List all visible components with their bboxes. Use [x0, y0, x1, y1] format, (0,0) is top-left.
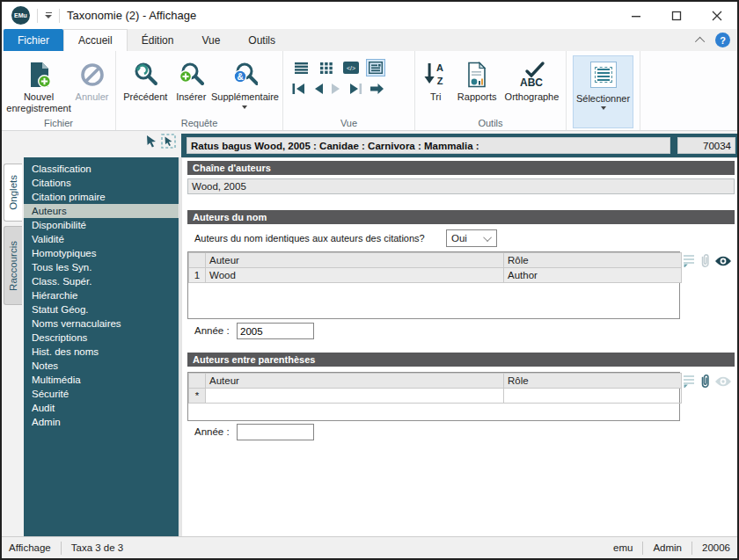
sidebar-item-notes[interactable]: Notes — [24, 359, 179, 373]
sidebar-item-validite[interactable]: Validité — [24, 232, 179, 246]
sidebar-item-descriptions[interactable]: Descriptions — [24, 331, 179, 345]
sort-button[interactable]: A Z Tri — [419, 54, 452, 103]
name-authors-table[interactable]: Auteur Rôle 1 Wood Author — [187, 251, 680, 319]
chevron-down-icon — [45, 15, 52, 18]
sidebar-item-hist-des-noms[interactable]: Hist. des noms — [24, 345, 179, 359]
close-icon — [712, 11, 722, 21]
sidebar-tabs: Onglets Raccourcis — [4, 164, 22, 305]
cell-role-empty[interactable] — [504, 389, 682, 404]
tab-edition[interactable]: Édition — [128, 29, 188, 51]
grid-view-button[interactable] — [317, 59, 336, 76]
tab-accueil[interactable]: Accueil — [63, 29, 128, 51]
new-record-icon — [27, 58, 51, 91]
column-header-auteur[interactable]: Auteur — [206, 253, 504, 268]
sidebar-item-hierarchie[interactable]: Hiérarchie — [24, 288, 179, 302]
sidebar-item-audit[interactable]: Audit — [24, 401, 179, 415]
new-record-button[interactable]: Nouvel enregistrement — [5, 54, 72, 114]
quick-access-dropdown[interactable] — [45, 12, 52, 19]
first-record-icon[interactable] — [292, 83, 305, 95]
titlebar-separator — [37, 9, 38, 23]
column-header-role[interactable]: Rôle — [504, 253, 682, 268]
row-number[interactable]: 1 — [189, 268, 206, 283]
eye-icon[interactable] — [714, 375, 732, 388]
svg-text:</>: </> — [347, 65, 355, 71]
last-record-icon[interactable] — [349, 83, 362, 95]
ribbon-group-fichier: Nouvel enregistrement Annuler Fichier — [2, 51, 116, 130]
sidebar-item-noms-vernaculaires[interactable]: Noms vernaculaires — [24, 316, 179, 331]
previous-query-icon — [132, 58, 158, 91]
maximize-button[interactable] — [656, 2, 697, 29]
form-view-button[interactable] — [366, 59, 385, 76]
year-input[interactable] — [237, 323, 314, 339]
sidebar-item-admin[interactable]: Admin — [24, 415, 179, 429]
list-view-button[interactable] — [292, 59, 311, 76]
dashed-select-icon[interactable] — [161, 134, 176, 149]
sidebar-item-citation-primaire[interactable]: Citation primaire — [24, 190, 179, 204]
fill-lines-icon[interactable] — [682, 375, 695, 388]
spelling-button[interactable]: ABC Orthographe — [501, 54, 562, 103]
svg-text:ABC: ABC — [520, 76, 543, 89]
fill-lines-icon[interactable] — [682, 254, 695, 267]
group-label-fichier: Fichier — [2, 118, 115, 128]
year-input-paren[interactable] — [237, 424, 314, 440]
select-button[interactable]: Sélectionner — [573, 55, 633, 128]
select-iconbox — [590, 62, 617, 88]
corner-cell — [189, 253, 206, 268]
sidebar-item-tous-les-syn[interactable]: Tous les Syn. — [24, 260, 179, 274]
collapse-ribbon-icon[interactable] — [695, 36, 705, 46]
record-irn-field[interactable]: 70034 — [677, 137, 735, 154]
pointer-tools — [145, 134, 176, 149]
column-header-auteur[interactable]: Auteur — [206, 374, 504, 389]
paren-authors-table[interactable]: Auteur Rôle * — [187, 372, 680, 421]
cell-auteur[interactable]: Wood — [206, 268, 504, 283]
reports-icon — [466, 58, 487, 91]
tab-onglets[interactable]: Onglets — [4, 164, 22, 222]
sidebar-panel: Classification Citations Citation primai… — [24, 157, 179, 537]
author-string-field[interactable]: Wood, 2005 — [187, 178, 735, 194]
tab-raccourcis[interactable]: Raccourcis — [4, 226, 22, 305]
reports-button[interactable]: Rapports — [452, 54, 501, 103]
previous-record-icon[interactable] — [312, 83, 324, 95]
cell-role[interactable]: Author — [504, 268, 682, 283]
close-button[interactable] — [697, 2, 737, 29]
tab-vue[interactable]: Vue — [187, 29, 234, 51]
corner-cell — [189, 374, 206, 389]
previous-query-button[interactable]: Précédent — [120, 54, 172, 103]
sidebar-item-citations[interactable]: Citations — [24, 176, 179, 190]
status-mode: Affichage — [2, 542, 61, 553]
additional-query-button[interactable]: & Supplémentaire — [211, 54, 279, 109]
spelling-icon: ABC — [516, 58, 546, 91]
year-label: Année : — [194, 325, 230, 336]
cancel-button[interactable]: Annuler — [72, 54, 112, 103]
cell-auteur-empty[interactable] — [206, 389, 504, 404]
sidebar-item-classification[interactable]: Classification — [24, 162, 179, 176]
code-view-button[interactable]: </> — [341, 59, 361, 76]
column-header-role[interactable]: Rôle — [504, 374, 682, 389]
sidebar-item-class-super[interactable]: Class. Supér. — [24, 274, 179, 288]
eye-icon[interactable] — [714, 255, 732, 267]
sidebar-item-auteurs[interactable]: Auteurs — [24, 204, 179, 218]
chevron-down-icon — [601, 106, 606, 110]
record-summary-field[interactable]: Ratus bagus Wood, 2005 : Canidae : Carni… — [187, 137, 670, 154]
tab-outils[interactable]: Outils — [234, 29, 289, 51]
goto-record-icon[interactable] — [370, 83, 384, 95]
next-record-icon[interactable] — [331, 83, 342, 95]
help-button[interactable]: ? — [715, 33, 730, 47]
paperclip-icon[interactable] — [699, 374, 711, 389]
new-row-marker[interactable]: * — [189, 389, 206, 404]
additional-query-icon: & — [231, 58, 258, 91]
sidebar-item-homotypiques[interactable]: Homotypiques — [24, 246, 179, 260]
sidebar-item-statut-geog[interactable]: Statut Géog. — [24, 302, 179, 316]
ribbon-right-controls: ? — [698, 29, 737, 51]
paperclip-icon[interactable] — [699, 253, 711, 268]
identical-authors-dropdown[interactable]: Oui — [446, 229, 497, 247]
cursor-arrow-icon[interactable] — [145, 135, 157, 148]
minimize-button[interactable] — [616, 2, 656, 29]
sidebar-item-securite[interactable]: Sécurité — [24, 387, 179, 401]
insert-query-button[interactable]: Insérer — [172, 54, 211, 103]
sidebar-item-multimedia[interactable]: Multimédia — [24, 373, 179, 387]
tab-fichier[interactable]: Fichier — [4, 29, 63, 51]
app-logo-icon[interactable]: EMu — [11, 6, 30, 25]
sidebar-divider — [179, 157, 180, 537]
sidebar-item-disponibilite[interactable]: Disponibilité — [24, 218, 179, 232]
